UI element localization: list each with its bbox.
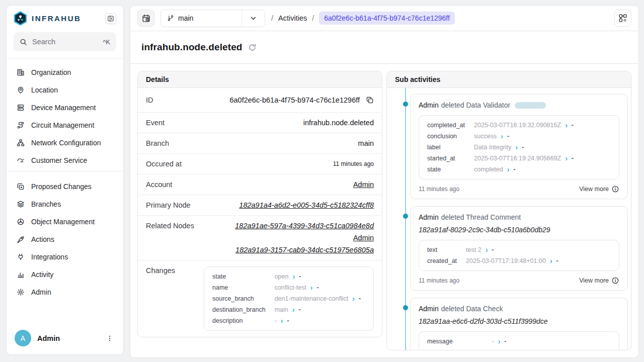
plug-icon (17, 253, 25, 261)
sidebar-item-label: Proposed Changes (31, 183, 92, 191)
schema-visualizer-button[interactable] (614, 10, 631, 27)
sidebar-item-proposed-changes[interactable]: Proposed Changes (11, 177, 119, 195)
sidebar-item-integrations[interactable]: Integrations (11, 248, 119, 265)
prop-old-value: open (275, 273, 289, 280)
prop-key: destination_branch (212, 306, 266, 313)
prop-new-value: - (298, 306, 300, 313)
sub-activities-panel: Sub activities Admindeleted Data Validat… (386, 71, 631, 350)
search-shortcut: ^K (103, 38, 110, 46)
sidebar-item-object-management[interactable]: Object Management (11, 213, 119, 230)
prop-value: Data Integrity›- (474, 144, 611, 151)
sidebar-menu-secondary: Proposed ChangesBranchesObject Managemen… (7, 172, 123, 302)
chevron-right-icon: › (501, 133, 503, 140)
chevron-right-icon: › (292, 306, 295, 313)
prop-key: conclusion (427, 133, 465, 140)
card-node-id: 182a91af-8029-2c9c-34db-c510a6b0db29 (419, 226, 619, 234)
server-icon (17, 104, 25, 112)
prop-new-value: - (556, 257, 558, 264)
properties-box: completed_at2025-03-07T16:19:32.090815Z›… (419, 115, 619, 179)
timeline-line (405, 88, 406, 350)
user-menu-dots-icon[interactable] (104, 333, 115, 344)
prop-new-value: - (513, 166, 515, 173)
properties-box: texttest 2›-created_at2025-03-07T17:19:4… (419, 240, 619, 271)
node-link[interactable]: 182a91a4-a6d2-e005-34d5-c5182324cff8 (239, 201, 374, 209)
copy-button[interactable] (366, 96, 374, 104)
sidebar-item-label: Integrations (31, 253, 68, 261)
refresh-icon[interactable] (248, 43, 257, 52)
prop-old-value: success (474, 133, 497, 140)
chevron-right-icon: › (515, 144, 518, 151)
details-row-label: Account (146, 180, 172, 189)
details-row-value-wrap: 6a0f2e6c-b61a-4f75-b974-c76c1e1296ff (229, 96, 374, 104)
building-icon (17, 68, 25, 76)
sidebar-item-network-configuration[interactable]: Network Configuration (11, 134, 119, 151)
sidebar-item-activity[interactable]: Activity (11, 265, 119, 283)
node-link[interactable]: Admin (353, 180, 374, 189)
sidebar-item-organization[interactable]: Organization (11, 63, 119, 81)
topbar: main / Activities / 6a0f2e6c-b61a-4f75-b… (130, 6, 638, 31)
sub-activities-body: Admindeleted Data Validatorcompleted_at2… (387, 88, 631, 350)
sidebar-item-branches[interactable]: Branches (11, 195, 119, 213)
breadcrumb-activity-id[interactable]: 6a0f2e6c-b61a-4f75-b974-c76c1e1296ff (319, 12, 455, 25)
details-body: ID6a0f2e6c-b61a-4f75-b974-c76c1e1296ffEv… (138, 88, 382, 337)
branch-name: main (178, 14, 193, 22)
prop-old-value: completed (474, 166, 503, 173)
sidebar-item-customer-service[interactable]: Customer Service (11, 151, 119, 169)
node-link[interactable]: 182a91ae-597a-4399-34d3-c51ca0984e8d (235, 222, 374, 230)
user-row[interactable]: A Admin (7, 324, 123, 354)
details-row-links: Admin (353, 180, 374, 189)
copy-icon (366, 96, 374, 104)
branch-selector-value: main (161, 10, 242, 27)
sub-activities-cards: Admindeleted Data Validatorcompleted_at2… (410, 94, 628, 350)
sub-activity-card: Admindeleted Data Check182a91aa-e6c6-d2f… (410, 298, 628, 350)
search-input[interactable]: Search ^K (14, 32, 116, 51)
chevron-right-icon: › (498, 349, 501, 350)
prop-value: main›- (275, 306, 365, 313)
prop-old-value: 2025-03-07T16:19:32.090815Z (474, 122, 561, 129)
info-icon (611, 277, 619, 285)
card-action: deleted Data Check (441, 305, 503, 313)
calendar-clock-icon (142, 14, 150, 23)
sidebar-item-label: Branches (31, 200, 61, 208)
branch-caret[interactable] (242, 10, 265, 27)
details-row-label: Occured at (146, 160, 182, 168)
sidebar-item-admin[interactable]: Admin (11, 283, 119, 301)
node-link[interactable]: Admin (353, 234, 374, 242)
chevron-right-icon: › (550, 257, 552, 264)
search-placeholder: Search (32, 38, 55, 46)
sidebar-item-label: Actions (31, 235, 54, 243)
prop-value: conflict-test›- (275, 284, 365, 291)
branch-selector[interactable]: main (160, 10, 265, 27)
node-link[interactable]: 182a91a9-3157-cab9-34dc-c51975e6805a (235, 246, 374, 254)
card-title: Admindeleted Thread Comment (419, 213, 619, 221)
prop-value: test 2›- (466, 246, 611, 253)
properties-box: message-›-keep_branch-›-enriched_conflic… (419, 331, 619, 350)
prop-key: state (427, 166, 465, 173)
prop-old-value: 2025-03-07T16:19:24.905669Z (474, 155, 561, 162)
sidebar-item-label: Object Management (31, 218, 95, 226)
sidebar-divider (7, 171, 123, 171)
details-row-label: Branch (146, 139, 169, 147)
network-icon (17, 139, 25, 147)
prop-new-value: - (504, 349, 506, 350)
sidebar-item-location[interactable]: Location (11, 81, 119, 99)
details-row-links: 182a91ae-597a-4399-34d3-c51ca0984e8dAdmi… (235, 222, 374, 254)
view-more-link[interactable]: View more (579, 277, 619, 285)
sidebar-item-circuit-management[interactable]: Circuit Management (11, 116, 119, 134)
breadcrumb-activities[interactable]: Activities (278, 14, 307, 22)
sidebar-collapse-icon[interactable] (105, 13, 116, 24)
sidebar-item-label: Circuit Management (31, 121, 94, 129)
details-row-value: 6a0f2e6c-b61a-4f75-b974-c76c1e1296ff (229, 96, 360, 104)
prop-value: -›- (275, 317, 365, 324)
title-row: infrahub.node.deleted (130, 31, 638, 64)
gear-icon (17, 288, 25, 296)
view-more-link[interactable]: View more (579, 185, 619, 193)
globe-icon (17, 218, 25, 226)
sidebar-item-device-management[interactable]: Device Management (11, 99, 119, 116)
sidebar-item-actions[interactable]: Actions (11, 230, 119, 248)
prop-key: name (212, 284, 266, 291)
time-travel-button[interactable] (137, 10, 154, 27)
details-row-id: ID6a0f2e6c-b61a-4f75-b974-c76c1e1296ff (138, 88, 382, 113)
main-card: main / Activities / 6a0f2e6c-b61a-4f75-b… (130, 5, 639, 358)
breadcrumb-separator: / (312, 14, 314, 22)
